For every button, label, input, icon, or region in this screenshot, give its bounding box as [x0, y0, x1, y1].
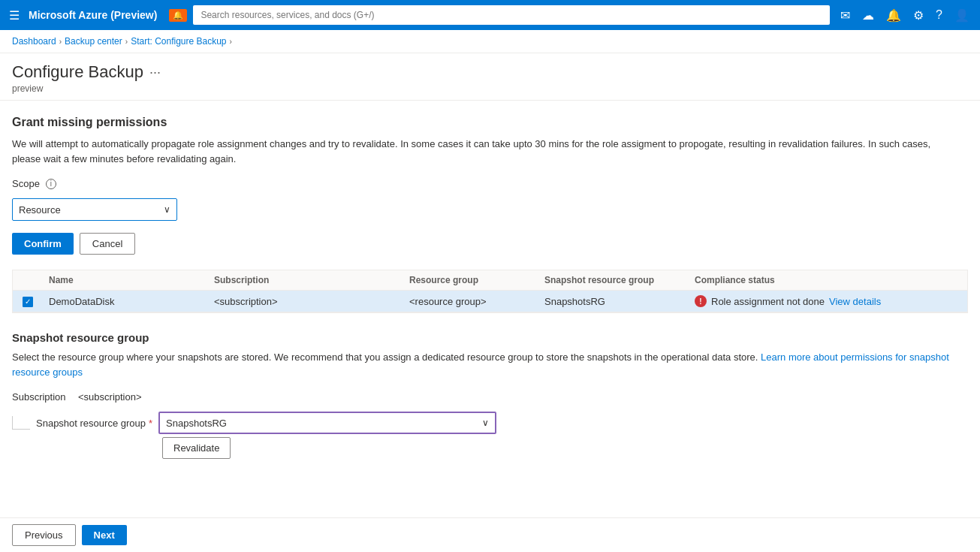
snapshot-desc: Select the resource group where your sna… — [12, 350, 968, 379]
snapshot-rg-row: Snapshot resource group * SnapshotsRG ∨ — [12, 412, 968, 434]
cancel-button[interactable]: Cancel — [80, 233, 135, 255]
row-subscription: <subscription> — [208, 296, 358, 307]
main-content: Grant missing permissions We will attemp… — [0, 101, 980, 519]
error-icon: ! — [695, 295, 707, 307]
page-subtitle: preview — [12, 83, 968, 94]
breadcrumb-backup-center[interactable]: Backup center — [65, 36, 122, 47]
col-header-name: Name — [43, 275, 208, 285]
page-menu-icon[interactable]: ··· — [149, 65, 161, 80]
preview-badge: 🔔 — [169, 9, 187, 22]
col-header-subscription: Subscription — [208, 275, 358, 285]
scope-dropdown-arrow: ∨ — [164, 204, 170, 215]
revalidate-button[interactable]: Revalidate — [162, 437, 231, 459]
snapshot-section: Snapshot resource group Select the resou… — [12, 331, 968, 459]
breadcrumb-configure-backup[interactable]: Start: Configure Backup — [131, 36, 226, 47]
email-icon[interactable]: ✉ — [836, 5, 855, 26]
table-header-row: Name Subscription Resource group Snapsho… — [13, 270, 967, 291]
row-status-text: Role assignment not done — [711, 296, 825, 307]
snapshot-rg-label-wrapper: Snapshot resource group * — [12, 416, 152, 430]
breadcrumb-dashboard[interactable]: Dashboard — [12, 36, 56, 47]
table-row: ✓ DemoDataDisk <subscription> <resource … — [13, 291, 967, 312]
footer: Previous Next — [0, 517, 980, 519]
breadcrumb: Dashboard › Backup center › Start: Confi… — [0, 30, 980, 53]
page-header: Configure Backup ··· preview — [0, 53, 980, 101]
checkbox-checked-icon: ✓ — [23, 297, 33, 307]
grant-section: Grant missing permissions We will attemp… — [12, 116, 968, 255]
confirm-cancel-row: Confirm Cancel — [12, 233, 968, 255]
snapshot-rg-dropdown-arrow: ∨ — [482, 418, 489, 428]
settings-icon[interactable]: ⚙ — [909, 5, 928, 26]
page-title: Configure Backup — [12, 62, 143, 82]
indent-connector — [12, 416, 30, 430]
grant-section-title: Grant missing permissions — [12, 116, 968, 129]
cloud-icon[interactable]: ☁ — [858, 5, 879, 26]
required-star: * — [149, 418, 152, 429]
resources-table: Name Subscription Resource group Snapsho… — [12, 270, 968, 313]
scope-row: Scope i — [12, 178, 968, 189]
breadcrumb-sep-3: › — [230, 38, 232, 46]
snapshot-desc-text: Select the resource group where your sna… — [12, 351, 758, 363]
col-header-status: Compliance status — [689, 275, 967, 285]
breadcrumb-sep-2: › — [125, 38, 128, 46]
row-snapshot-rg: SnapshotsRG — [538, 296, 689, 307]
user-icon[interactable]: 👤 — [950, 5, 974, 26]
scope-dropdown[interactable]: Resource ∨ — [12, 198, 177, 221]
help-icon[interactable]: ? — [931, 5, 947, 26]
scope-dropdown-wrapper: Resource ∨ — [12, 198, 968, 221]
app-title: Microsoft Azure (Preview) — [29, 9, 157, 21]
snapshot-form: Subscription <subscription> Snapshot res… — [12, 391, 968, 434]
col-header-snapshot-rg: Snapshot resource group — [538, 275, 689, 285]
row-checkbox[interactable]: ✓ — [13, 295, 43, 307]
snapshot-rg-dropdown[interactable]: SnapshotsRG ∨ — [158, 412, 496, 434]
nav-icons: ✉ ☁ 🔔 ⚙ ? 👤 — [836, 5, 974, 26]
bell-icon[interactable]: 🔔 — [882, 5, 906, 26]
row-name: DemoDataDisk — [43, 296, 208, 307]
subscription-row: Subscription <subscription> — [12, 391, 968, 403]
snapshot-rg-label: Snapshot resource group — [36, 418, 146, 429]
col-header-rg: Resource group — [403, 275, 538, 285]
scope-info-icon[interactable]: i — [46, 179, 56, 189]
confirm-button[interactable]: Confirm — [12, 233, 74, 255]
subscription-value: <subscription> — [78, 391, 142, 403]
row-resource-group: <resource group> — [403, 296, 538, 307]
scope-label: Scope — [12, 178, 40, 189]
hamburger-menu[interactable]: ☰ — [6, 5, 23, 26]
subscription-label: Subscription — [12, 391, 72, 403]
grant-section-desc: We will attempt to automatically propaga… — [12, 137, 958, 166]
search-input[interactable] — [193, 5, 830, 25]
snapshot-rg-value: SnapshotsRG — [166, 418, 227, 429]
col-header-blank — [358, 275, 403, 285]
col-header-check — [13, 275, 43, 285]
top-nav: ☰ Microsoft Azure (Preview) 🔔 ✉ ☁ 🔔 ⚙ ? … — [0, 0, 980, 30]
breadcrumb-sep-1: › — [59, 38, 62, 46]
row-status: ! Role assignment not done View details — [689, 295, 967, 307]
view-details-link[interactable]: View details — [829, 296, 881, 307]
scope-dropdown-value: Resource — [19, 204, 61, 216]
snapshot-section-title: Snapshot resource group — [12, 331, 968, 344]
